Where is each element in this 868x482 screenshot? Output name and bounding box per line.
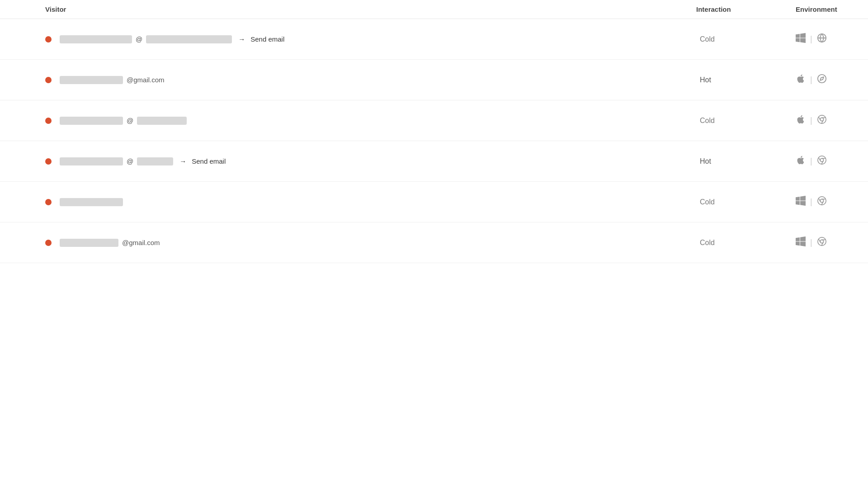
at-symbol: @	[127, 117, 133, 124]
interaction-label: Cold	[700, 35, 715, 43]
environment-cell: |	[796, 155, 868, 167]
environment-cell: |	[796, 196, 868, 208]
redacted-name	[60, 239, 118, 247]
env-divider: |	[810, 197, 812, 207]
redacted-name	[60, 198, 123, 206]
interaction-cell: Cold	[696, 117, 796, 125]
interaction-cell: Cold	[696, 239, 796, 247]
send-email-label[interactable]: Send email	[192, 157, 226, 165]
table-header: Visitor Interaction Environment	[0, 0, 868, 19]
svg-marker-18	[820, 77, 824, 80]
redacted-part1	[60, 35, 132, 43]
chrome-icon	[817, 196, 827, 208]
at-symbol: @	[127, 157, 133, 165]
visitor-info: @gmail.com	[60, 239, 160, 247]
redacted-part2	[137, 117, 187, 125]
apple-icon	[796, 74, 806, 86]
chrome-icon	[817, 236, 827, 249]
table-row: Cold |	[0, 182, 868, 222]
header-visitor: Visitor	[45, 5, 696, 13]
gmail-suffix: @gmail.com	[127, 76, 165, 84]
interaction-cell: Cold	[696, 198, 796, 206]
table-row: @→Send email Cold |	[0, 19, 868, 60]
redacted-part2	[146, 35, 232, 43]
status-dot	[45, 36, 52, 43]
send-email-label[interactable]: Send email	[250, 35, 284, 43]
at-symbol: @	[136, 35, 142, 43]
visitor-cell: @gmail.com	[45, 239, 696, 247]
compass-icon	[817, 74, 827, 86]
visitor-info	[60, 198, 123, 206]
env-divider: |	[810, 116, 812, 125]
apple-icon	[796, 155, 806, 167]
table-row: @ Cold |	[0, 100, 868, 141]
redacted-part1	[60, 157, 123, 165]
status-dot	[45, 118, 52, 124]
windows-icon	[796, 33, 806, 45]
redacted-name	[60, 76, 123, 84]
windows-icon	[796, 236, 806, 249]
environment-cell: |	[796, 236, 868, 249]
status-dot	[45, 240, 52, 246]
interaction-label: Hot	[700, 157, 711, 165]
table-row: @gmail.com Hot |	[0, 60, 868, 100]
send-email-arrow: →	[238, 35, 245, 43]
visitor-table: Visitor Interaction Environment @→Send e…	[0, 0, 868, 482]
interaction-cell: Cold	[696, 35, 796, 43]
interaction-cell: Hot	[696, 156, 796, 166]
interaction-cell: Hot	[696, 75, 796, 85]
header-interaction: Interaction	[696, 5, 796, 13]
gmail-suffix: @gmail.com	[122, 239, 160, 246]
environment-cell: |	[796, 33, 868, 45]
status-dot	[45, 199, 52, 205]
header-environment: Environment	[796, 5, 868, 13]
env-divider: |	[810, 34, 812, 44]
env-divider: |	[810, 75, 812, 85]
redacted-part2	[137, 157, 173, 165]
visitor-info: @→Send email	[60, 35, 284, 43]
env-divider: |	[810, 238, 812, 247]
visitor-cell: @gmail.com	[45, 76, 696, 84]
table-row: @→Send email Hot |	[0, 141, 868, 182]
visitor-info: @gmail.com	[60, 76, 165, 84]
globe-icon	[817, 33, 827, 45]
redacted-part1	[60, 117, 123, 125]
env-divider: |	[810, 156, 812, 166]
send-email-arrow: →	[179, 157, 186, 165]
apple-icon	[796, 114, 806, 127]
interaction-label: Cold	[700, 198, 715, 206]
visitor-cell	[45, 198, 696, 206]
table-row: @gmail.com Cold |	[0, 222, 868, 263]
chrome-icon	[817, 114, 827, 127]
table-body: @→Send email Cold | @gmail.com	[0, 19, 868, 263]
visitor-cell: @→Send email	[45, 35, 696, 43]
windows-icon	[796, 196, 806, 208]
visitor-info: @	[60, 117, 187, 125]
environment-cell: |	[796, 114, 868, 127]
interaction-label: Hot	[700, 76, 711, 84]
visitor-info: @→Send email	[60, 157, 226, 165]
interaction-label: Cold	[700, 117, 715, 125]
visitor-cell: @→Send email	[45, 157, 696, 165]
status-dot	[45, 158, 52, 165]
chrome-icon	[817, 155, 827, 167]
visitor-cell: @	[45, 117, 696, 125]
status-dot	[45, 77, 52, 83]
interaction-label: Cold	[700, 239, 715, 247]
environment-cell: |	[796, 74, 868, 86]
svg-point-17	[818, 75, 826, 83]
